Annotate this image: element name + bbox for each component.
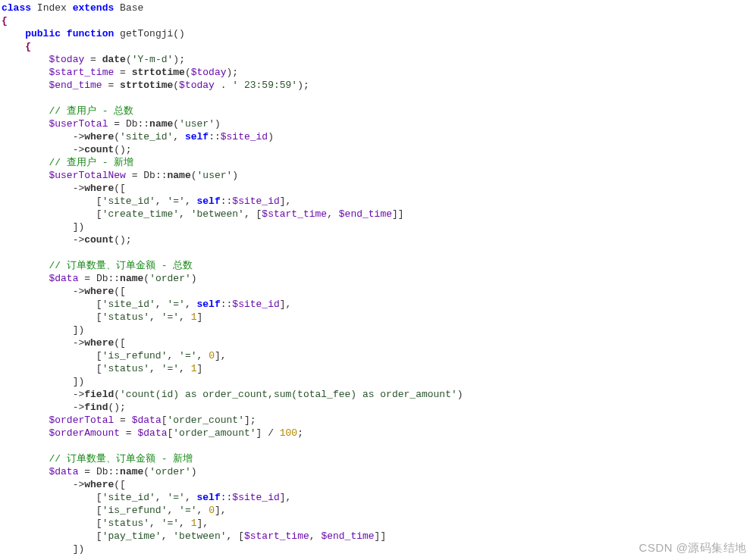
open: [: [96, 311, 102, 323]
var-start-time: $start_time: [262, 208, 327, 220]
op-concat: .: [221, 80, 227, 91]
str: 'order_amount': [173, 427, 256, 439]
str: 'status': [102, 363, 149, 374]
close: ]): [73, 376, 85, 387]
fn-where: where: [84, 337, 114, 349]
arrow: ->: [73, 337, 85, 349]
comma: ,: [309, 530, 315, 542]
str: 'order_count': [168, 415, 244, 426]
str: 'site_id': [120, 131, 173, 142]
comma: ,: [149, 518, 155, 529]
prop-site-id: $site_id: [232, 196, 279, 207]
comma: ,: [179, 311, 185, 323]
class-db: Db: [96, 466, 108, 477]
fn-name: name: [168, 170, 191, 181]
num: 1: [191, 311, 197, 323]
str: 'create_time': [102, 208, 179, 220]
semi: ;: [126, 234, 132, 246]
arrow: ->: [73, 389, 85, 400]
str: 'user': [179, 118, 215, 130]
var-order-total: $orderTotal: [49, 415, 114, 426]
dcolon: ::: [108, 273, 120, 284]
op-eq: =: [84, 466, 90, 477]
comma: ,: [185, 299, 191, 310]
str: 'Y-m-d': [132, 54, 174, 65]
op-eq: =: [120, 67, 126, 78]
fn-where: where: [84, 131, 114, 142]
num: 0: [209, 350, 215, 361]
var-data: $data: [49, 273, 78, 284]
comment: // 订单数量、订单金额 - 新增: [49, 453, 193, 465]
fn-count: count: [84, 144, 114, 155]
comment: // 订单数量、订单金额 - 总数: [49, 260, 193, 271]
close: ]: [197, 363, 203, 374]
class-db: Db: [96, 273, 108, 284]
arrow: ->: [73, 144, 85, 155]
open: [: [96, 518, 102, 529]
comma: ,: [167, 505, 173, 516]
comma: ,: [327, 208, 333, 220]
var-start-time: $start_time: [49, 67, 114, 78]
fn-where: where: [84, 479, 114, 490]
close: ],: [280, 299, 292, 310]
var-user-total-new: $userTotalNew: [49, 170, 125, 181]
dcolon: ::: [137, 118, 149, 130]
fn-strtotime: strtotime: [132, 67, 185, 78]
str: '=': [167, 196, 184, 207]
function-name: getTongji: [120, 28, 173, 39]
comma: ,: [179, 363, 185, 374]
var-end-time: $end_time: [49, 80, 102, 91]
close: ]]: [375, 530, 387, 542]
open: [: [96, 208, 102, 220]
comment: // 查用户 - 新增: [49, 157, 133, 168]
str: 'status': [102, 518, 149, 529]
comma: ,: [162, 530, 168, 542]
op-eq: =: [84, 273, 90, 284]
semi: ;: [179, 54, 185, 65]
close: ]): [73, 543, 85, 555]
class-db: Db: [126, 118, 138, 130]
comma: ,: [173, 131, 179, 142]
str: 'order': [149, 466, 191, 477]
op-eq: =: [114, 118, 120, 130]
dcolon: ::: [155, 170, 168, 181]
keyword-self: self: [197, 492, 221, 503]
keyword-extends: extends: [73, 2, 114, 14]
comma: ,: [167, 350, 173, 361]
comma: ,: [149, 363, 155, 374]
parens: (): [173, 28, 185, 39]
comma: ,: [227, 530, 233, 542]
str: '=': [167, 299, 184, 310]
fn-field: field: [84, 389, 114, 400]
op-eq: =: [126, 427, 132, 439]
close: ],: [280, 196, 292, 207]
comma: ,: [179, 518, 185, 529]
str: 'between': [191, 208, 244, 220]
dcolon: ::: [108, 466, 120, 477]
keyword-self: self: [185, 131, 209, 142]
op-eq: =: [90, 54, 96, 65]
keyword-self: self: [197, 196, 221, 207]
open: ([: [114, 337, 126, 349]
comment: // 查用户 - 总数: [49, 105, 133, 117]
close: ]: [197, 311, 203, 323]
parens: (): [114, 234, 126, 246]
str: 'order': [149, 273, 191, 284]
comma: ,: [149, 311, 155, 323]
comma: ,: [185, 196, 191, 207]
fn-strtotime: strtotime: [120, 80, 173, 91]
close: ],: [197, 518, 209, 529]
var-data: $data: [137, 427, 167, 439]
var-today: $today: [179, 80, 215, 91]
var-today: $today: [191, 67, 227, 78]
str: '=': [167, 492, 184, 503]
str: ' 23:59:59': [232, 80, 297, 91]
fn-name: name: [120, 273, 143, 284]
open: [: [238, 530, 244, 542]
num: 1: [191, 363, 197, 374]
str: 'is_refund': [102, 505, 168, 516]
code-block: class Index extends Base { public functi…: [0, 0, 756, 555]
class-name: Index: [37, 2, 67, 14]
close: ]): [73, 324, 85, 336]
open: [: [96, 350, 102, 361]
